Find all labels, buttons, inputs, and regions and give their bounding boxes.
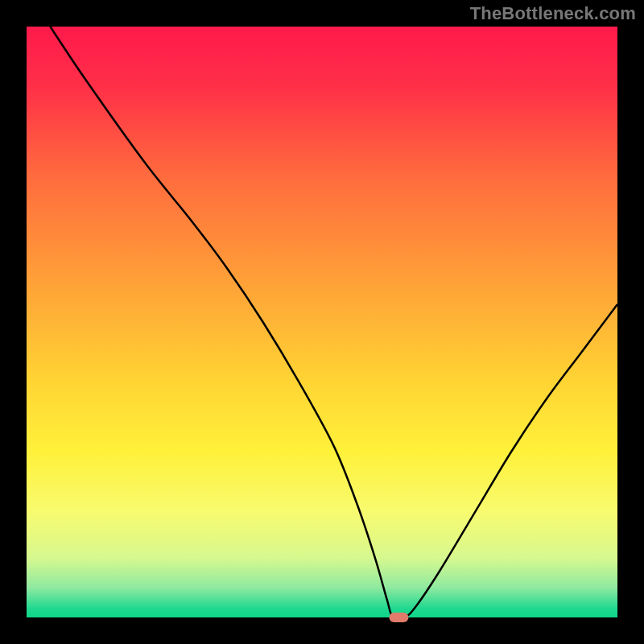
- optimal-point-marker: [389, 613, 408, 622]
- bottleneck-chart: [0, 0, 644, 644]
- chart-stage: TheBottleneck.com: [0, 0, 644, 644]
- watermark-text: TheBottleneck.com: [470, 3, 636, 24]
- plot-area: [27, 27, 617, 617]
